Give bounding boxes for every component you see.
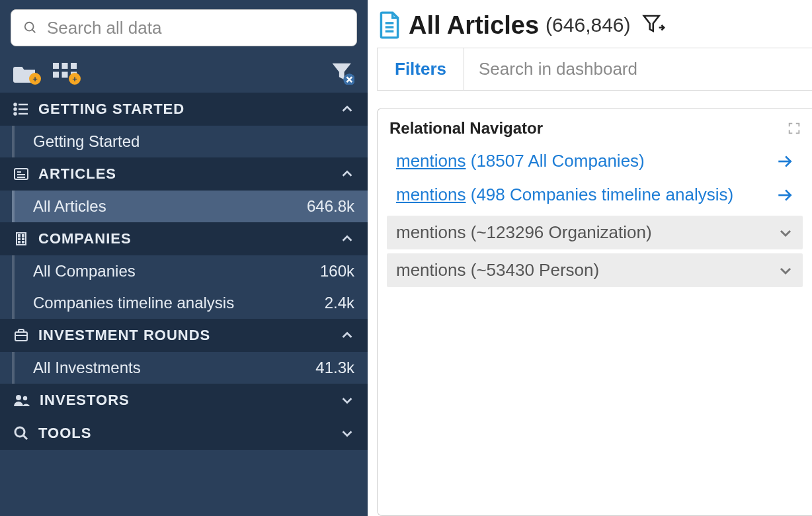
chevron-down-icon bbox=[340, 393, 354, 408]
section-label: ARTICLES bbox=[38, 165, 116, 183]
nav-rest: (498 Companies timeline analysis) bbox=[466, 185, 734, 204]
main-content: All Articles (646,846) Filters Relationa… bbox=[368, 0, 812, 516]
svg-rect-23 bbox=[22, 235, 24, 236]
svg-rect-2 bbox=[53, 63, 59, 69]
arrow-right-icon bbox=[776, 187, 793, 204]
search-container bbox=[0, 0, 368, 54]
dashboard-search-input[interactable] bbox=[464, 48, 812, 90]
svg-rect-4 bbox=[71, 63, 77, 69]
add-dashboard-button[interactable]: + bbox=[53, 63, 77, 83]
svg-rect-3 bbox=[62, 63, 68, 69]
panel-title: Relational Navigator bbox=[389, 119, 543, 138]
svg-point-0 bbox=[25, 22, 34, 31]
sidebar-item-label: All Companies bbox=[33, 262, 136, 280]
section-label: INVESTMENT ROUNDS bbox=[38, 327, 210, 344]
svg-line-33 bbox=[23, 435, 27, 439]
svg-rect-5 bbox=[53, 72, 59, 78]
nav-link: mentions bbox=[396, 151, 466, 171]
section-companies[interactable]: COMPANIES bbox=[0, 222, 368, 255]
svg-rect-6 bbox=[62, 72, 68, 78]
list-icon bbox=[13, 101, 29, 117]
chevron-up-icon bbox=[340, 232, 354, 246]
plus-icon: + bbox=[29, 73, 41, 85]
svg-point-31 bbox=[23, 396, 27, 400]
chevron-up-icon bbox=[340, 102, 354, 116]
relational-navigator-panel: Relational Navigator mentions (18507 All… bbox=[377, 108, 812, 516]
section-articles[interactable]: ARTICLES bbox=[0, 157, 368, 191]
section-label: INVESTORS bbox=[40, 392, 130, 409]
svg-line-1 bbox=[32, 30, 36, 33]
chevron-up-icon bbox=[340, 328, 354, 343]
expand-icon[interactable] bbox=[787, 121, 801, 136]
chevron-down-icon bbox=[340, 426, 354, 441]
document-icon bbox=[377, 11, 402, 40]
nav-text: mentions (~123296 Organization) bbox=[396, 222, 652, 243]
sidebar-item-companies-timeline[interactable]: Companies timeline analysis 2.4k bbox=[12, 287, 368, 319]
svg-rect-25 bbox=[22, 238, 24, 239]
sidebar-item-all-investments[interactable]: All Investments 41.3k bbox=[12, 352, 368, 384]
sidebar-item-count: 160k bbox=[320, 262, 354, 280]
nav-link: mentions bbox=[396, 185, 466, 204]
nav-row-organization[interactable]: mentions (~123296 Organization) bbox=[387, 216, 803, 249]
nav-row-companies-timeline[interactable]: mentions (498 Companies timeline analysi… bbox=[387, 178, 803, 212]
section-investors[interactable]: INVESTORS bbox=[0, 384, 368, 417]
svg-rect-27 bbox=[22, 241, 24, 243]
arrow-right-icon bbox=[776, 153, 793, 170]
section-label: COMPANIES bbox=[38, 230, 132, 247]
page-title: All Articles bbox=[409, 11, 539, 40]
sidebar-item-label: All Investments bbox=[33, 359, 141, 377]
sidebar-item-label: Companies timeline analysis bbox=[33, 294, 234, 312]
nav-text: mentions (~53430 Person) bbox=[396, 260, 599, 280]
clear-filter-button[interactable] bbox=[331, 61, 354, 85]
sidebar: + + GETTING STARTED Getting Started ARTI… bbox=[0, 0, 368, 516]
building-icon bbox=[13, 231, 29, 247]
nav-row-person[interactable]: mentions (~53430 Person) bbox=[387, 253, 803, 287]
sidebar-item-count: 41.3k bbox=[315, 359, 354, 377]
sidebar-toolbar: + + bbox=[0, 54, 368, 93]
svg-rect-28 bbox=[15, 332, 27, 341]
sidebar-item-all-articles[interactable]: All Articles 646.8k bbox=[12, 191, 368, 222]
svg-point-32 bbox=[15, 427, 24, 437]
nav-rest: (18507 All Companies) bbox=[466, 151, 645, 171]
add-folder-button[interactable]: + bbox=[13, 63, 37, 83]
tab-filters[interactable]: Filters bbox=[378, 48, 464, 90]
svg-rect-26 bbox=[19, 241, 20, 243]
section-investment-rounds[interactable]: INVESTMENT ROUNDS bbox=[0, 319, 368, 352]
sidebar-item-count: 2.4k bbox=[325, 294, 354, 312]
tabs-row: Filters bbox=[377, 48, 812, 91]
section-label: GETTING STARTED bbox=[38, 101, 184, 118]
sidebar-item-all-companies[interactable]: All Companies 160k bbox=[12, 255, 368, 287]
chevron-down-icon bbox=[778, 263, 793, 279]
sidebar-item-label: Getting Started bbox=[33, 132, 140, 151]
svg-point-30 bbox=[16, 395, 21, 400]
search-input[interactable] bbox=[47, 18, 345, 38]
briefcase-icon bbox=[13, 327, 29, 343]
page-count: (646,846) bbox=[546, 14, 630, 36]
chevron-up-icon bbox=[340, 167, 354, 181]
svg-point-14 bbox=[15, 113, 17, 115]
page-header: All Articles (646,846) bbox=[377, 7, 812, 48]
users-icon bbox=[13, 392, 30, 408]
search-icon bbox=[23, 21, 38, 35]
svg-point-13 bbox=[15, 108, 17, 110]
sidebar-item-label: All Articles bbox=[33, 197, 106, 216]
svg-rect-24 bbox=[19, 238, 20, 239]
svg-point-12 bbox=[15, 104, 17, 106]
section-getting-started[interactable]: GETTING STARTED bbox=[0, 93, 368, 126]
svg-rect-22 bbox=[19, 235, 20, 236]
sidebar-item-getting-started[interactable]: Getting Started bbox=[12, 126, 368, 157]
search-box[interactable] bbox=[11, 9, 357, 46]
sidebar-item-count: 646.8k bbox=[307, 197, 354, 216]
section-label: TOOLS bbox=[38, 425, 91, 442]
section-tools[interactable]: TOOLS bbox=[0, 417, 368, 450]
plus-icon: + bbox=[69, 73, 81, 85]
search-icon bbox=[13, 425, 29, 441]
nav-row-all-companies[interactable]: mentions (18507 All Companies) bbox=[387, 144, 803, 178]
chevron-down-icon bbox=[778, 225, 793, 241]
filter-share-icon[interactable] bbox=[641, 13, 667, 37]
news-icon bbox=[13, 166, 29, 182]
